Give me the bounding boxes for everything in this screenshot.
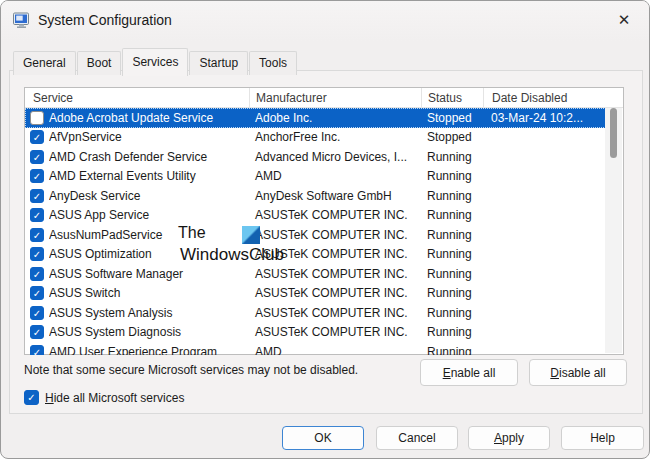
tab-tools[interactable]: Tools bbox=[249, 51, 297, 75]
msconfig-app-icon bbox=[13, 12, 30, 29]
ok-button[interactable]: OK bbox=[282, 426, 364, 450]
cell-service: AfVpnService bbox=[49, 130, 249, 144]
disable-all-button[interactable]: Disable all bbox=[529, 359, 627, 386]
tab-general[interactable]: General bbox=[13, 51, 76, 75]
column-header-service[interactable]: Service bbox=[25, 88, 249, 108]
title-bar: System Configuration ✕ bbox=[1, 1, 649, 41]
cell-manufacturer: ASUSTeK COMPUTER INC. bbox=[249, 267, 421, 281]
cell-status: Running bbox=[421, 247, 483, 261]
cell-status: Running bbox=[421, 345, 483, 355]
table-row[interactable]: ASUS App ServiceASUSTeK COMPUTER INC.Run… bbox=[25, 206, 606, 226]
table-row[interactable]: AfVpnServiceAnchorFree Inc.Stopped bbox=[25, 128, 606, 148]
cell-manufacturer: AMD bbox=[249, 169, 421, 183]
column-header-date-disabled[interactable]: Date Disabled bbox=[483, 88, 623, 108]
row-checkbox[interactable] bbox=[30, 130, 44, 144]
cell-service: ASUS System Analysis bbox=[49, 306, 249, 320]
row-checkbox[interactable] bbox=[30, 267, 44, 281]
cancel-button[interactable]: Cancel bbox=[376, 426, 458, 450]
cell-service: AMD External Events Utility bbox=[49, 169, 249, 183]
cell-service: ASUS Software Manager bbox=[49, 267, 249, 281]
cell-manufacturer: AnchorFree Inc. bbox=[249, 130, 421, 144]
cell-status: Stopped bbox=[421, 111, 483, 125]
table-row[interactable]: AMD External Events UtilityAMDRunning bbox=[25, 167, 606, 187]
cell-manufacturer: AnyDesk Software GmbH bbox=[249, 189, 421, 203]
enable-all-button[interactable]: Enable all bbox=[420, 359, 518, 386]
cell-service: ASUS Switch bbox=[49, 286, 249, 300]
services-list: Service Manufacturer Status Date Disable… bbox=[24, 87, 624, 355]
services-note: Note that some secure Microsoft services… bbox=[24, 363, 358, 377]
cell-service: AnyDesk Service bbox=[49, 189, 249, 203]
cell-manufacturer: AMD bbox=[249, 345, 421, 355]
services-tab-page: Service Manufacturer Status Date Disable… bbox=[9, 70, 643, 414]
scrollbar-thumb[interactable] bbox=[610, 108, 617, 158]
cell-date: 03-Mar-24 10:2... bbox=[483, 111, 606, 125]
cell-manufacturer: ASUSTeK COMPUTER INC. bbox=[249, 306, 421, 320]
row-checkbox[interactable] bbox=[30, 306, 44, 320]
cell-status: Running bbox=[421, 208, 483, 222]
table-row[interactable]: AnyDesk ServiceAnyDesk Software GmbHRunn… bbox=[25, 186, 606, 206]
row-checkbox[interactable] bbox=[30, 111, 44, 125]
hide-microsoft-services-checkbox[interactable] bbox=[24, 390, 39, 405]
cell-status: Running bbox=[421, 169, 483, 183]
list-header: Service Manufacturer Status Date Disable… bbox=[25, 88, 623, 108]
system-configuration-dialog: System Configuration ✕ General Boot Serv… bbox=[0, 0, 650, 459]
table-row[interactable]: AMD User Experience ProgramAMDRunning bbox=[25, 342, 606, 355]
tab-strip: General Boot Services Startup Tools bbox=[13, 46, 298, 74]
tab-boot[interactable]: Boot bbox=[77, 51, 122, 75]
table-row[interactable]: ASUS SwitchASUSTeK COMPUTER INC.Running bbox=[25, 284, 606, 304]
cell-manufacturer: Adobe Inc. bbox=[249, 111, 421, 125]
hide-microsoft-services-label: Hide all Microsoft services bbox=[45, 391, 184, 405]
table-row[interactable]: ASUS System DiagnosisASUSTeK COMPUTER IN… bbox=[25, 323, 606, 343]
tab-services[interactable]: Services bbox=[122, 48, 188, 76]
cell-service: ASUS App Service bbox=[49, 208, 249, 222]
cell-service: ASUS System Diagnosis bbox=[49, 325, 249, 339]
table-body: Adobe Acrobat Update ServiceAdobe Inc.St… bbox=[25, 108, 623, 355]
cell-status: Running bbox=[421, 228, 483, 242]
window-title: System Configuration bbox=[38, 12, 172, 28]
table-row[interactable]: AMD Crash Defender ServiceAdvanced Micro… bbox=[25, 147, 606, 167]
cell-manufacturer: ASUSTeK COMPUTER INC. bbox=[249, 325, 421, 339]
cell-manufacturer: ASUSTeK COMPUTER INC. bbox=[249, 286, 421, 300]
help-button[interactable]: Help bbox=[561, 426, 644, 450]
row-checkbox[interactable] bbox=[30, 208, 44, 222]
cell-status: Running bbox=[421, 267, 483, 281]
cell-status: Running bbox=[421, 325, 483, 339]
close-button[interactable]: ✕ bbox=[607, 4, 641, 36]
row-checkbox[interactable] bbox=[30, 189, 44, 203]
table-row[interactable]: Adobe Acrobat Update ServiceAdobe Inc.St… bbox=[25, 108, 606, 128]
vertical-scrollbar[interactable] bbox=[605, 108, 622, 353]
tab-startup[interactable]: Startup bbox=[189, 51, 248, 75]
row-checkbox[interactable] bbox=[30, 247, 44, 261]
cell-status: Running bbox=[421, 306, 483, 320]
cell-manufacturer: ASUSTeK COMPUTER INC. bbox=[249, 228, 421, 242]
cell-manufacturer: ASUSTeK COMPUTER INC. bbox=[249, 247, 421, 261]
cell-status: Running bbox=[421, 150, 483, 164]
row-checkbox[interactable] bbox=[30, 345, 44, 355]
row-checkbox[interactable] bbox=[30, 286, 44, 300]
cell-status: Running bbox=[421, 189, 483, 203]
row-checkbox[interactable] bbox=[30, 150, 44, 164]
table-row[interactable]: ASUS Software ManagerASUSTeK COMPUTER IN… bbox=[25, 264, 606, 284]
cell-service: Adobe Acrobat Update Service bbox=[49, 111, 249, 125]
row-checkbox[interactable] bbox=[30, 325, 44, 339]
cell-service: AMD User Experience Program bbox=[49, 345, 249, 355]
table-row[interactable]: ASUS OptimizationASUSTeK COMPUTER INC.Ru… bbox=[25, 245, 606, 265]
cell-status: Stopped bbox=[421, 130, 483, 144]
cell-status: Running bbox=[421, 286, 483, 300]
apply-button[interactable]: Apply bbox=[468, 426, 550, 450]
column-header-status[interactable]: Status bbox=[421, 88, 483, 108]
table-row[interactable]: ASUS System AnalysisASUSTeK COMPUTER INC… bbox=[25, 303, 606, 323]
hide-microsoft-services-row: Hide all Microsoft services bbox=[24, 390, 184, 405]
close-icon: ✕ bbox=[618, 11, 631, 29]
row-checkbox[interactable] bbox=[30, 228, 44, 242]
cell-service: ASUS Optimization bbox=[49, 247, 249, 261]
column-header-manufacturer[interactable]: Manufacturer bbox=[249, 88, 421, 108]
cell-service: AsusNumPadService bbox=[49, 228, 249, 242]
cell-service: AMD Crash Defender Service bbox=[49, 150, 249, 164]
cell-manufacturer: ASUSTeK COMPUTER INC. bbox=[249, 208, 421, 222]
row-checkbox[interactable] bbox=[30, 169, 44, 183]
table-row[interactable]: AsusNumPadServiceASUSTeK COMPUTER INC.Ru… bbox=[25, 225, 606, 245]
cell-manufacturer: Advanced Micro Devices, I... bbox=[249, 150, 421, 164]
